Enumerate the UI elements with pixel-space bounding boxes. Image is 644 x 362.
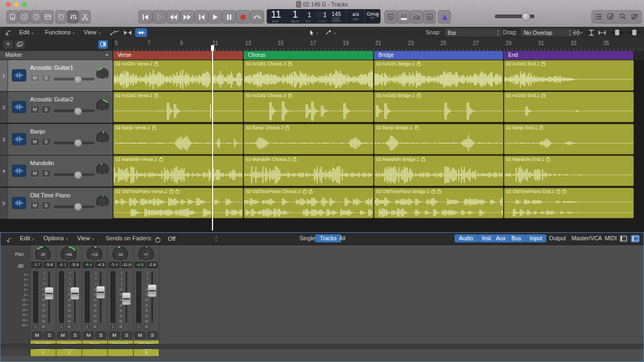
secondary-tool-menu[interactable]: ∨ xyxy=(325,29,336,35)
media-browser-icon[interactable] xyxy=(631,12,639,22)
horizontal-zoom-knob[interactable] xyxy=(632,29,636,35)
input-monitor-button[interactable]: I xyxy=(84,324,90,330)
audio-region[interactable] xyxy=(213,92,243,122)
solo-button[interactable]: S xyxy=(41,202,51,210)
power-icon[interactable] xyxy=(155,235,161,244)
track-header-view-button[interactable] xyxy=(98,40,108,49)
lcd-display[interactable]: 11 BAR 1 BEAT 1 DIV 00 1 TICK 145 KEEP T… xyxy=(267,9,380,24)
mixer-dual-view-button[interactable] xyxy=(631,235,640,242)
channel-mute-button[interactable]: M xyxy=(135,331,145,339)
audio-region[interactable]: 02 Mandolin Verse.2 xyxy=(113,156,212,186)
record-enable-button[interactable]: R xyxy=(92,324,98,330)
audio-region[interactable]: 02 AcGtr1 Verse.2 xyxy=(113,60,212,91)
channel-solo-button[interactable]: S xyxy=(96,331,106,339)
solo-button[interactable]: S xyxy=(41,138,51,146)
flex-icon[interactable] xyxy=(122,28,133,37)
channel-solo-button[interactable]: S xyxy=(121,331,132,339)
track-header-1[interactable]: 1Acoustic Guitar1MS xyxy=(0,60,113,91)
audio-region[interactable]: 02 OldTimePiano Verse.2 xyxy=(113,188,212,218)
play-from-selection-button[interactable] xyxy=(152,10,166,24)
add-track-button[interactable]: + xyxy=(3,40,13,49)
forward-button[interactable] xyxy=(180,10,194,24)
filter-button-audio[interactable]: Audio xyxy=(455,234,478,242)
library-button[interactable] xyxy=(6,10,18,24)
list-icon[interactable] xyxy=(595,12,602,22)
add-marker-button[interactable]: + xyxy=(105,51,108,60)
track-volume-slider[interactable] xyxy=(54,109,94,112)
track-name[interactable]: Old Time Piano xyxy=(30,192,70,198)
track-volume-slider[interactable] xyxy=(54,205,94,208)
stop-button[interactable] xyxy=(194,10,208,24)
track-pan-knob[interactable] xyxy=(96,131,109,146)
channel-solo-button[interactable]: S xyxy=(44,331,55,339)
track-volume-knob[interactable] xyxy=(74,76,82,84)
undo-icon[interactable] xyxy=(4,28,12,37)
track-volume-slider[interactable] xyxy=(54,173,94,176)
audio-region[interactable] xyxy=(213,60,243,91)
audio-region[interactable]: 02 Banjo Chorus.3 xyxy=(244,124,374,154)
audio-region[interactable] xyxy=(213,188,243,218)
scope-button-all[interactable]: All xyxy=(334,234,350,242)
track-volume-knob[interactable] xyxy=(74,139,82,147)
track-name[interactable]: Banjo xyxy=(30,128,45,135)
marker-bridge[interactable]: Bridge xyxy=(374,51,503,60)
audio-region[interactable]: 02 Mandolin End.1 xyxy=(504,156,634,186)
channel-solo-button[interactable]: S xyxy=(147,331,158,339)
drag-dropdown[interactable]: No Overlap∧∨ xyxy=(521,28,574,36)
play-button[interactable] xyxy=(208,10,222,24)
inspector-button[interactable]: i xyxy=(18,10,30,24)
input-monitor-button[interactable]: I xyxy=(58,324,64,330)
vertical-zoom-icon[interactable] xyxy=(587,28,596,37)
mute-button[interactable]: M xyxy=(30,74,40,82)
audio-region[interactable]: 02 OldTimePiano Bridge.1 xyxy=(374,188,503,218)
filter-button-output[interactable]: Output xyxy=(545,234,570,242)
audio-region[interactable] xyxy=(213,156,243,186)
track-header-4[interactable]: 4MandolinMS xyxy=(0,156,113,187)
vertical-zoom-knob[interactable] xyxy=(615,29,619,35)
track-name[interactable]: Mandolin xyxy=(30,160,54,166)
mixer-button[interactable] xyxy=(67,10,79,24)
channel-solo-button[interactable]: S xyxy=(70,331,80,339)
input-monitor-button[interactable]: I xyxy=(135,324,142,330)
solo-button[interactable]: S xyxy=(41,169,51,178)
mixer-single-view-button[interactable] xyxy=(619,235,628,242)
input-monitor-button[interactable]: I xyxy=(32,324,39,330)
master-volume-slider[interactable] xyxy=(495,14,535,18)
snap-dropdown[interactable]: Bar∧∨ xyxy=(444,28,502,36)
channel-mute-button[interactable]: M xyxy=(83,331,94,339)
track-name[interactable]: Acoustic Guitar2 xyxy=(30,96,74,102)
record-enable-button[interactable]: R xyxy=(66,324,72,330)
track-pan-knob[interactable] xyxy=(96,68,109,83)
smart-controls-button[interactable] xyxy=(55,10,67,24)
functions-menu[interactable]: Functions∨ xyxy=(45,29,75,35)
edit-menu[interactable]: Edit∨ xyxy=(19,29,34,35)
cycle-button[interactable] xyxy=(250,10,264,24)
volume-slider-knob[interactable] xyxy=(522,12,530,21)
audio-region[interactable]: 02 OldTimePiano Chorus.3 xyxy=(244,188,374,218)
volume-fader[interactable] xyxy=(148,284,157,297)
mixer-undo-icon[interactable] xyxy=(6,235,12,244)
waveform-zoom-icon[interactable] xyxy=(572,28,583,37)
audio-region[interactable]: 02 AcGtr1 End.1 xyxy=(504,60,634,91)
audio-region[interactable]: 02 AcGtr1 Bridge.1 xyxy=(374,60,503,91)
automation-icon[interactable] xyxy=(109,28,121,37)
pause-button[interactable] xyxy=(222,10,236,24)
marker-end[interactable]: End xyxy=(504,51,634,60)
track-pan-knob[interactable] xyxy=(96,99,109,114)
record-enable-button[interactable]: R xyxy=(118,324,124,330)
tuner-button[interactable] xyxy=(410,10,423,24)
editors-button[interactable] xyxy=(79,10,91,24)
toolbar-button[interactable] xyxy=(42,10,54,24)
audio-region[interactable]: 02 AcGtr1 Chorus.3 xyxy=(244,60,374,91)
lcd-tempo[interactable]: 145 KEEP TEMPO xyxy=(326,9,346,24)
solo-button[interactable]: S xyxy=(41,74,51,82)
track-pan-knob[interactable] xyxy=(96,163,109,178)
solo-button[interactable]: S xyxy=(423,10,436,24)
track-name[interactable]: Acoustic Guitar1 xyxy=(30,64,74,71)
volume-fader[interactable] xyxy=(122,292,131,305)
audio-region[interactable]: 02 AcGtr2 Verse.2 xyxy=(113,92,212,122)
audio-region[interactable]: 02 Mandolin Chorus.3 xyxy=(244,156,374,186)
record-enable-button[interactable]: R xyxy=(40,324,47,330)
note-pad-icon[interactable] xyxy=(607,12,614,22)
input-monitor-button[interactable]: I xyxy=(109,324,116,330)
